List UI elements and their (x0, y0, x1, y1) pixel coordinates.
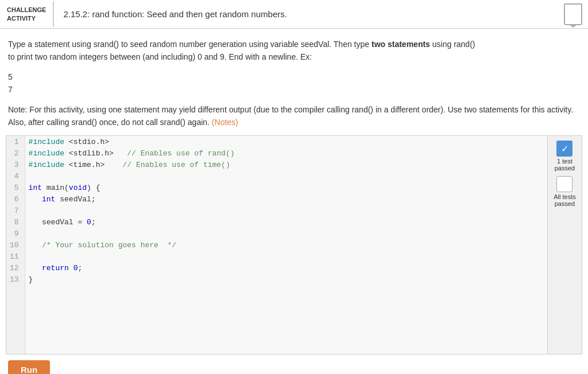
line-code[interactable]: #include <time.h> // Enables use of time… (25, 159, 547, 170)
line-number: 10 (6, 239, 25, 251)
note-content: Note: For this activity, using one state… (8, 105, 573, 127)
line-code[interactable]: } (25, 274, 547, 285)
test1-label: 1 test (557, 158, 572, 165)
line-number (6, 297, 25, 308)
table-row (6, 285, 547, 297)
run-bar: Run (0, 354, 588, 374)
output-line1: 5 (8, 71, 580, 83)
table-row: 10 /* Your solution goes here */ (6, 239, 547, 251)
table-row: 12 return 0; (6, 262, 547, 274)
description-text: Type a statement using srand() to seed r… (0, 29, 588, 68)
table-row: 11 (6, 251, 547, 262)
table-row (6, 297, 547, 308)
line-code[interactable]: int seedVal; (25, 193, 547, 205)
test2-status: All tests passed (554, 176, 576, 207)
table-row: 1 #include <stdio.h> (6, 136, 547, 147)
description-part2: using rand() (430, 40, 475, 49)
table-row (6, 320, 547, 331)
header: CHALLENGE ACTIVITY 2.15.2: rand function… (0, 0, 588, 29)
line-code[interactable] (25, 228, 547, 239)
line-number: 1 (6, 136, 25, 147)
line-number (6, 342, 25, 354)
code-area[interactable]: 1 #include <stdio.h> 2 #include <stdlib.… (6, 136, 547, 354)
line-number: 12 (6, 262, 25, 274)
description-part1: Type a statement using srand() to seed r… (8, 40, 372, 49)
test2-sub: passed (555, 200, 575, 207)
output-line2: 7 (8, 83, 580, 96)
test2-label: All tests (554, 193, 576, 200)
test1-check-icon: ✓ (556, 141, 572, 157)
line-code[interactable]: /* Your solution goes here */ (25, 239, 547, 251)
challenge-activity-label: CHALLENGE ACTIVITY (0, 1, 54, 27)
line-number (6, 285, 25, 297)
line-number: 2 (6, 147, 25, 159)
line-number: 5 (6, 182, 25, 193)
line-code[interactable] (25, 205, 547, 216)
code-editor[interactable]: 1 #include <stdio.h> 2 #include <stdlib.… (6, 135, 582, 354)
test1-status: ✓ 1 test passed (555, 141, 575, 172)
test2-check-icon (556, 176, 572, 192)
run-button[interactable]: Run (8, 360, 50, 374)
table-row: 2 #include <stdlib.h> // Enables use of … (6, 147, 547, 159)
line-number: 6 (6, 193, 25, 205)
line-number: 9 (6, 228, 25, 239)
test-panel: ✓ 1 test passed All tests passed (547, 136, 582, 354)
table-row (6, 342, 547, 354)
notes-link[interactable]: (Notes) (212, 118, 238, 127)
line-code[interactable]: int main(void) { (25, 182, 547, 193)
note-text: Note: For this activity, using one state… (0, 101, 588, 136)
line-code[interactable] (25, 251, 547, 262)
line-number: 11 (6, 251, 25, 262)
table-row: 8 seedVal = 0; (6, 216, 547, 228)
line-code[interactable]: seedVal = 0; (25, 216, 547, 228)
output-preview: 5 7 (0, 68, 588, 101)
test1-sub: passed (555, 165, 575, 172)
table-row: 13 } (6, 274, 547, 285)
table-row: 7 (6, 205, 547, 216)
line-number: 3 (6, 159, 25, 170)
line-number (6, 331, 25, 342)
description-bold: two statements (372, 40, 430, 49)
table-row (6, 331, 547, 342)
line-number: 4 (6, 170, 25, 182)
line-number (6, 308, 25, 320)
table-row (6, 308, 547, 320)
table-row: 5 int main(void) { (6, 182, 547, 193)
table-row: 9 (6, 228, 547, 239)
line-number: 13 (6, 274, 25, 285)
line-number (6, 320, 25, 331)
table-row: 6 int seedVal; (6, 193, 547, 205)
description-part3: to print two random integers between (an… (8, 52, 312, 61)
line-number: 8 (6, 216, 25, 228)
line-code[interactable]: #include <stdio.h> (25, 136, 547, 147)
line-code[interactable]: return 0; (25, 262, 547, 274)
line-code[interactable]: #include <stdlib.h> // Enables use of ra… (25, 147, 547, 159)
code-table: 1 #include <stdio.h> 2 #include <stdlib.… (6, 136, 547, 354)
table-row: 4 (6, 170, 547, 182)
line-code[interactable] (25, 170, 547, 182)
table-row: 3 #include <time.h> // Enables use of ti… (6, 159, 547, 170)
activity-title: 2.15.2: rand function: Seed and then get… (54, 9, 564, 19)
badge-icon (564, 3, 582, 25)
line-number: 7 (6, 205, 25, 216)
